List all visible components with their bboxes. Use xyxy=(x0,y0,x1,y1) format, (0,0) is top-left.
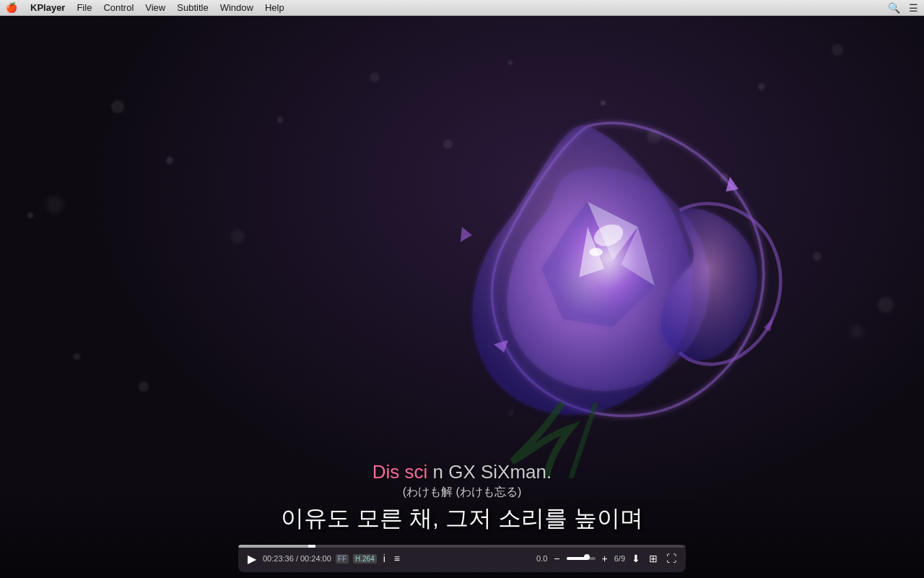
video-area[interactable]: Dis sci n GX SiXman. (わけも解 (わけも忘る) 이유도 모… xyxy=(0,16,924,578)
crystal-rose xyxy=(378,59,797,478)
list-icon[interactable]: ☰ xyxy=(909,2,918,14)
playlist-button[interactable]: ≡ xyxy=(392,553,402,564)
menu-kplayer[interactable]: KPlayer xyxy=(25,1,71,14)
menu-window[interactable]: Window xyxy=(214,1,259,14)
subtitle-download-button[interactable]: ⬇ xyxy=(629,553,642,564)
track-display: 6/9 xyxy=(614,554,625,563)
menubar-right: 🔍 ☰ xyxy=(888,2,918,14)
menu-control[interactable]: Control xyxy=(97,1,139,14)
info-button[interactable]: i xyxy=(381,553,388,564)
fullscreen-button[interactable]: ⛶ xyxy=(664,553,679,564)
progress-knob[interactable] xyxy=(308,545,315,548)
svg-marker-2 xyxy=(725,176,738,191)
subtitle-line1: Dis sci n GX SiXman. xyxy=(0,461,924,483)
codec-badge: H.264 xyxy=(353,554,377,564)
time-display: 00:23:36 / 00:24:00 xyxy=(263,554,331,563)
subtitles-container: Dis sci n GX SiXman. (わけも解 (わけも忘る) 이유도 모… xyxy=(0,461,924,535)
volume-value: 0.0 xyxy=(536,554,547,563)
aspect-ratio-button[interactable]: ⊞ xyxy=(647,553,660,564)
volume-down-button[interactable]: − xyxy=(552,553,562,564)
progress-bar-container[interactable] xyxy=(238,545,686,548)
play-button[interactable]: ▶ xyxy=(245,552,258,566)
svg-marker-3 xyxy=(461,227,472,242)
volume-bar[interactable] xyxy=(567,557,596,560)
subtitle-line3: 이유도 모른 채, 그저 소리를 높이며 xyxy=(0,503,924,535)
playback-controls: ▶ 00:23:36 / 00:24:00 FF H.264 i ≡ 0.0 −… xyxy=(238,545,686,572)
volume-up-button[interactable]: + xyxy=(600,553,610,564)
menu-help[interactable]: Help xyxy=(259,1,290,14)
menu-view[interactable]: View xyxy=(139,1,171,14)
svg-point-1 xyxy=(589,248,603,256)
menu-subtitle[interactable]: Subtitle xyxy=(171,1,214,14)
volume-knob[interactable] xyxy=(584,554,590,560)
subtitle-line2: (わけも解 (わけも忘る) xyxy=(0,485,924,500)
apple-logo-icon[interactable]: 🍎 xyxy=(6,2,17,13)
progress-bar-fill xyxy=(238,545,312,548)
menu-file[interactable]: File xyxy=(71,1,97,14)
search-icon[interactable]: 🔍 xyxy=(888,2,900,14)
menu-bar: 🍎 KPlayer File Control View Subtitle Win… xyxy=(0,0,924,16)
ff-badge: FF xyxy=(336,554,349,564)
